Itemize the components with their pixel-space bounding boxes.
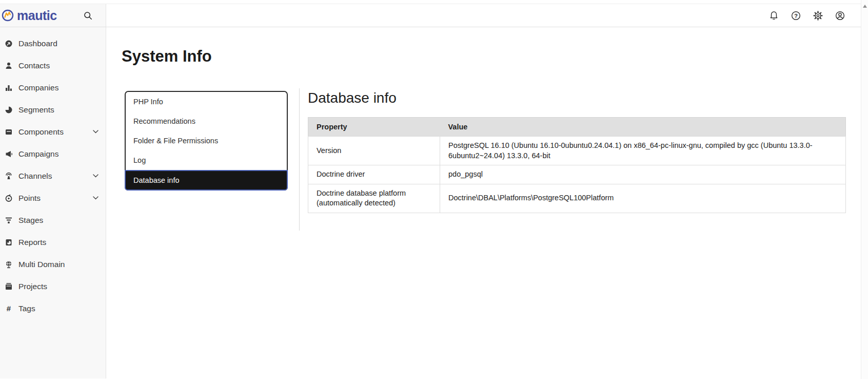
brand-area: mautic	[0, 4, 106, 27]
settings-button[interactable]	[813, 10, 823, 21]
sidebar-item-contacts[interactable]: Contacts	[0, 54, 106, 77]
search-button[interactable]	[84, 11, 92, 20]
tab-database-info[interactable]: Database info	[125, 170, 288, 191]
tab-label: Log	[133, 156, 146, 164]
table-row: Doctrine driver pdo_pgsql	[308, 165, 846, 184]
tab-log[interactable]: Log	[126, 150, 287, 170]
points-icon	[4, 194, 13, 202]
sidebar-item-label: Multi Domain	[18, 260, 65, 269]
section-title: Database info	[308, 89, 846, 107]
sidebar-item-label: Reports	[18, 238, 46, 247]
sidebar-item-label: Stages	[18, 216, 43, 225]
column-header-value: Value	[440, 118, 846, 137]
sidebar-item-points[interactable]: Points	[0, 187, 106, 209]
dashboard-icon	[4, 40, 13, 48]
sidebar-item-dashboard[interactable]: Dashboard	[0, 32, 106, 54]
sidebar-item-label: Projects	[18, 282, 47, 291]
stages-icon	[4, 216, 13, 224]
header-actions: ?	[106, 4, 861, 27]
sidebar-item-tags[interactable]: # Tags	[0, 297, 106, 319]
sidebar-item-label: Channels	[18, 172, 52, 181]
scroll-up-arrow-icon[interactable]	[863, 5, 867, 8]
sidebar-item-stages[interactable]: Stages	[0, 209, 106, 231]
gear-icon	[813, 10, 823, 21]
sidebar-item-label: Tags	[18, 304, 35, 313]
table-header-row: Property Value	[308, 118, 846, 137]
search-icon	[84, 11, 92, 20]
tab-label: Database info	[133, 176, 179, 184]
system-info-tab-list: PHP Info Recommendations Folder & File P…	[125, 91, 288, 191]
chevron-down-icon	[93, 174, 98, 178]
companies-icon	[4, 84, 13, 92]
tab-recommendations[interactable]: Recommendations	[126, 111, 287, 131]
property-cell: Doctrine database platform (automaticall…	[308, 184, 440, 213]
property-cell: Version	[308, 137, 440, 165]
sidebar-item-label: Campaigns	[18, 149, 58, 159]
main-content: System Info PHP Info Recommendations Fol…	[106, 27, 861, 378]
sidebar-item-label: Companies	[18, 83, 58, 92]
account-icon	[835, 10, 845, 21]
tags-icon: #	[4, 305, 13, 313]
channels-icon	[4, 172, 13, 180]
vertical-scrollbar[interactable]	[861, 0, 868, 379]
table-row: Doctrine database platform (automaticall…	[308, 184, 846, 213]
tab-php-info[interactable]: PHP Info	[126, 92, 287, 111]
value-cell: PostgreSQL 16.10 (Ubuntu 16.10-0ubuntu0.…	[440, 137, 846, 165]
sidebar-item-label: Contacts	[18, 61, 50, 70]
app-window: mautic	[0, 0, 868, 379]
help-button[interactable]: ?	[791, 10, 801, 21]
tab-label: PHP Info	[133, 98, 163, 106]
tab-label: Recommendations	[133, 117, 195, 125]
campaigns-icon	[4, 150, 13, 158]
database-info-table: Property Value Version PostgreSQL 16.10 …	[308, 117, 846, 213]
projects-icon	[4, 282, 13, 291]
sidebar-item-label: Segments	[18, 105, 54, 115]
bell-icon	[768, 10, 779, 21]
sidebar-item-segments[interactable]: Segments	[0, 99, 106, 121]
page-title: System Info	[122, 47, 861, 66]
brand-wordmark: mautic	[17, 8, 57, 23]
sidebar-item-campaigns[interactable]: Campaigns	[0, 143, 106, 165]
notifications-button[interactable]	[768, 10, 779, 21]
segments-icon	[4, 106, 13, 114]
svg-text:?: ?	[794, 12, 798, 18]
multi-domain-icon	[4, 260, 13, 269]
tab-folder-file-permissions[interactable]: Folder & File Permissions	[126, 131, 287, 150]
sidebar-item-projects[interactable]: Projects	[0, 275, 106, 297]
components-icon	[4, 128, 13, 136]
chevron-down-icon	[93, 196, 98, 200]
mautic-logo-icon	[2, 9, 14, 22]
tab-label: Folder & File Permissions	[133, 137, 218, 145]
top-strip	[0, 0, 861, 4]
account-button[interactable]	[835, 10, 845, 21]
sidebar-item-multi-domain[interactable]: Multi Domain	[0, 253, 106, 275]
sidebar-item-channels[interactable]: Channels	[0, 165, 106, 187]
sidebar-item-companies[interactable]: Companies	[0, 77, 106, 99]
value-cell: Doctrine\DBAL\Platforms\PostgreSQL100Pla…	[440, 184, 846, 213]
reports-icon	[4, 238, 13, 247]
sidebar-item-label: Components	[18, 127, 64, 137]
sidebar: Dashboard Contacts Companies Segments	[0, 27, 106, 378]
table-row: Version PostgreSQL 16.10 (Ubuntu 16.10-0…	[308, 137, 846, 165]
sidebar-item-components[interactable]: Components	[0, 121, 106, 143]
chevron-down-icon	[93, 130, 98, 134]
top-header: mautic	[0, 4, 861, 27]
help-icon: ?	[791, 10, 801, 21]
contacts-icon	[4, 62, 13, 70]
sidebar-item-label: Points	[18, 194, 41, 203]
database-info-panel: Database info Property Value Version Pos…	[299, 88, 861, 231]
sidebar-item-reports[interactable]: Reports	[0, 231, 106, 253]
value-cell: pdo_pgsql	[440, 165, 846, 184]
column-header-property: Property	[308, 118, 440, 137]
sidebar-item-label: Dashboard	[18, 39, 57, 48]
brand-logo[interactable]: mautic	[2, 8, 57, 23]
property-cell: Doctrine driver	[308, 165, 440, 184]
